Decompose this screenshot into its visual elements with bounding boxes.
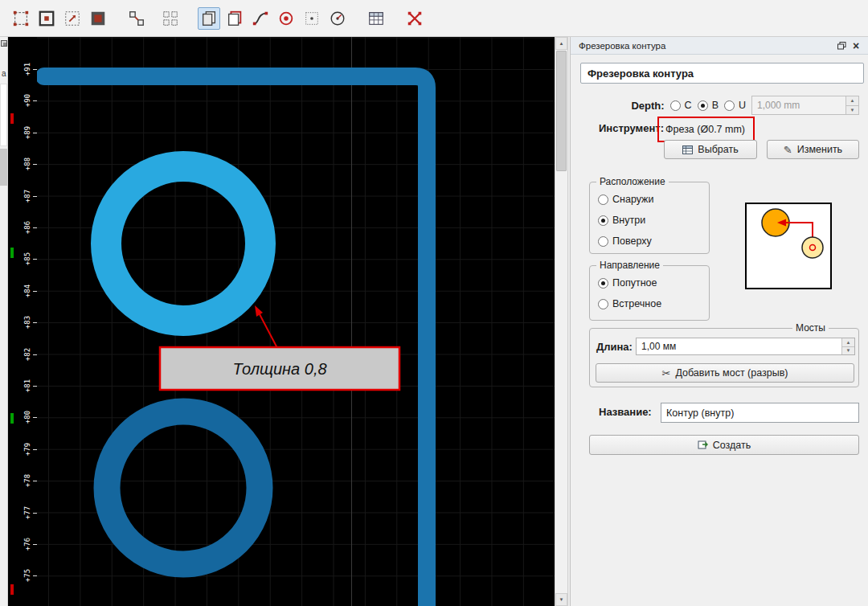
location-option-on-top[interactable]: Поверху bbox=[598, 235, 709, 247]
location-group-title: Расположение bbox=[596, 176, 669, 187]
ruler-label: +76 bbox=[23, 534, 32, 554]
expand-selection-icon[interactable] bbox=[61, 7, 84, 30]
name-input[interactable]: Контур (внутр) bbox=[661, 403, 859, 423]
scroll-down-icon[interactable]: ▼ bbox=[555, 593, 567, 606]
left-dock-strip[interactable]: a bbox=[0, 37, 8, 606]
canvas-vertical-scrollbar[interactable]: ▲ ▼ bbox=[555, 37, 567, 606]
location-groupbox: Расположение Снаружи Внутри Поверху bbox=[589, 182, 710, 254]
depth-option-label: C bbox=[685, 100, 692, 111]
close-panel-icon[interactable]: × bbox=[849, 39, 863, 52]
panel-title-bar[interactable]: Фрезеровка контура × bbox=[571, 37, 868, 55]
ruler-mark bbox=[10, 113, 14, 124]
align-components-icon[interactable] bbox=[125, 7, 148, 30]
list-icon bbox=[682, 145, 693, 155]
ruler-label: +91 bbox=[23, 59, 32, 79]
pencil-icon: ✎ bbox=[784, 144, 792, 156]
depth-row: Depth: C B U 1,000 mm ▲▼ bbox=[571, 96, 859, 115]
bridge-length-label: Длина: bbox=[596, 341, 633, 353]
annotation-arrow-head bbox=[255, 305, 263, 317]
ruler-label: +87 bbox=[23, 186, 32, 206]
dock-panel-icon[interactable] bbox=[1, 40, 7, 47]
ruler-label: +78 bbox=[23, 471, 32, 490]
drill-holes-icon[interactable] bbox=[275, 7, 297, 30]
direction-option-climb[interactable]: Попутное bbox=[598, 277, 709, 289]
radio-icon bbox=[598, 236, 608, 247]
pcb-canvas[interactable]: Толщина 0,8 bbox=[37, 37, 555, 606]
copper-ring-bottom bbox=[107, 412, 260, 564]
invert-layer-icon[interactable] bbox=[87, 7, 109, 30]
bridge-length-spinbox[interactable]: 1,00 мм ▲▼ bbox=[636, 338, 855, 355]
direction-group-title: Направление bbox=[596, 260, 663, 271]
main-toolbar bbox=[0, 0, 868, 37]
scroll-up-icon[interactable]: ▲ bbox=[555, 37, 567, 50]
depth-option-label: U bbox=[739, 100, 746, 111]
scissors-icon: ✂ bbox=[661, 367, 670, 379]
toolbar-group-arrange bbox=[125, 7, 185, 30]
add-bridge-label: Добавить мост (разрыв) bbox=[675, 367, 788, 379]
spin-down-icon[interactable]: ▼ bbox=[842, 347, 854, 355]
contour-milling-panel: Фрезеровка контура × Фрезеровка контура … bbox=[571, 37, 868, 606]
dock-segment-scroll[interactable] bbox=[0, 149, 7, 186]
operation-header: Фрезеровка контура bbox=[580, 63, 864, 84]
ruler-label: +82 bbox=[23, 345, 32, 364]
ruler-label: +88 bbox=[23, 154, 32, 174]
depth-option-b[interactable]: B bbox=[698, 100, 719, 111]
pcb-drawing: Толщина 0,8 bbox=[37, 37, 555, 606]
toolbar-group-dispense bbox=[403, 7, 429, 30]
ruler-label: +85 bbox=[23, 249, 32, 268]
rubout-icon[interactable] bbox=[326, 7, 349, 30]
dock-tab-label: a bbox=[2, 69, 6, 78]
spin-up-icon[interactable]: ▲ bbox=[842, 338, 854, 347]
tool-value-highlight: Фреза (Ø0.7 mm) bbox=[657, 117, 755, 142]
dispense-icon[interactable] bbox=[403, 7, 426, 30]
ruler-mark bbox=[10, 584, 14, 595]
ruler-label: +79 bbox=[23, 440, 32, 459]
ruler-label: +80 bbox=[23, 407, 32, 427]
spin-up-icon[interactable]: ▲ bbox=[846, 96, 858, 106]
float-panel-icon[interactable] bbox=[834, 39, 849, 52]
radio-icon bbox=[698, 100, 708, 111]
ruler-mark bbox=[10, 413, 14, 424]
depth-value-spinbox: 1,000 mm ▲▼ bbox=[751, 96, 859, 115]
tool-select-button[interactable]: Выбрать bbox=[664, 140, 757, 159]
location-option-outside[interactable]: Снаружи bbox=[598, 194, 709, 205]
depth-option-c[interactable]: C bbox=[670, 100, 692, 111]
name-value: Контур (внутр) bbox=[666, 407, 734, 419]
contour-milling-icon[interactable] bbox=[198, 7, 220, 30]
board-outline-icon[interactable] bbox=[35, 7, 58, 30]
add-bridge-button[interactable]: ✂ Добавить мост (разрыв) bbox=[596, 363, 854, 383]
main-area: a +91+90+89+88+87+86+85+84+83+82+81+80+7… bbox=[0, 37, 868, 606]
tool-edit-button[interactable]: ✎ Изменить bbox=[767, 140, 859, 159]
radio-icon bbox=[598, 278, 608, 289]
pads-region-icon[interactable] bbox=[301, 7, 323, 30]
radio-icon bbox=[598, 194, 608, 205]
ruler-mark bbox=[10, 248, 14, 258]
panel-title: Фрезеровка контура bbox=[579, 41, 665, 51]
bridge-length-value[interactable]: 1,00 мм bbox=[637, 338, 841, 354]
location-option-inside[interactable]: Внутри bbox=[598, 215, 709, 226]
tool-edit-label: Изменить bbox=[797, 144, 842, 155]
ruler-label: +90 bbox=[23, 91, 32, 110]
create-icon bbox=[698, 440, 708, 450]
panelize-icon[interactable] bbox=[159, 7, 182, 30]
tool-value: Фреза (Ø0.7 mm) bbox=[665, 124, 745, 135]
copper-ring-top bbox=[106, 166, 260, 321]
tool-table-icon[interactable] bbox=[365, 7, 387, 30]
radio-icon bbox=[670, 100, 681, 111]
isolation-milling-icon[interactable] bbox=[223, 7, 246, 30]
bridges-groupbox: Мосты Длина: 1,00 мм ▲▼ ✂ Добавить мост … bbox=[589, 328, 859, 387]
direction-option-conventional[interactable]: Встречное bbox=[598, 298, 709, 309]
ruler-label: +81 bbox=[23, 376, 32, 395]
create-button[interactable]: Создать bbox=[589, 435, 859, 455]
depth-label: Depth: bbox=[631, 100, 664, 112]
spin-down-icon[interactable]: ▼ bbox=[846, 106, 858, 115]
direction-option-label: Попутное bbox=[612, 277, 657, 289]
scrollbar-thumb[interactable] bbox=[556, 51, 567, 171]
ruler-label: +75 bbox=[23, 566, 32, 585]
preview-cutter bbox=[802, 237, 823, 258]
spline-tool-icon[interactable] bbox=[249, 7, 272, 30]
footprint-select-icon[interactable] bbox=[10, 7, 32, 30]
radio-icon bbox=[724, 100, 735, 111]
toolbar-group-milling bbox=[198, 7, 352, 30]
depth-option-u[interactable]: U bbox=[724, 100, 746, 111]
